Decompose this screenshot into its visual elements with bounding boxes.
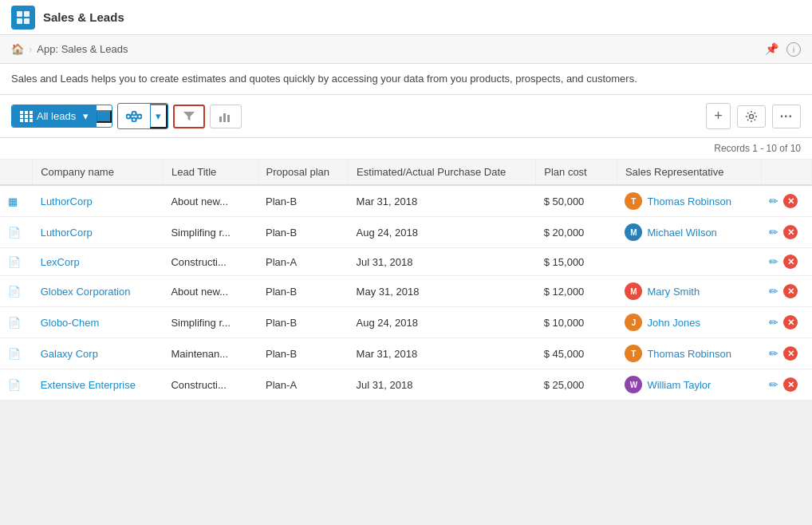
row-company[interactable]: Galaxy Corp (33, 338, 164, 369)
company-link[interactable]: LuthorCorp (41, 227, 93, 239)
company-link[interactable]: Extensive Enterprise (41, 379, 136, 391)
table-container: Company name Lead Title Proposal plan Es… (0, 160, 812, 401)
row-date: Mar 31, 2018 (349, 185, 536, 217)
toolbar-right: + ··· (706, 103, 801, 129)
edit-button[interactable]: ✏ (769, 347, 778, 360)
company-link[interactable]: LexCorp (41, 256, 80, 268)
flow-dropdown-button[interactable]: ▾ (150, 104, 168, 128)
rep-avatar: W (625, 376, 642, 393)
view-selector-group: All leads ▾ (11, 105, 112, 128)
delete-button[interactable]: ✕ (783, 194, 798, 208)
rep-cell[interactable]: J John Jones (625, 314, 753, 331)
breadcrumb: 🏠 › App: Sales & Leads (11, 43, 128, 55)
action-cell: ✏ ✕ (769, 346, 803, 361)
settings-button[interactable] (737, 105, 766, 128)
row-cost: $ 10,000 (536, 307, 617, 338)
row-lead-title: About new... (163, 185, 258, 217)
table-body: ▦LuthorCorpAbout new...Plan-BMar 31, 201… (0, 185, 812, 401)
svg-rect-4 (20, 111, 23, 114)
action-cell: ✏ ✕ (769, 284, 803, 298)
row-type-icon: 📄 (8, 348, 21, 360)
svg-line-17 (131, 114, 132, 116)
edit-button[interactable]: ✏ (769, 226, 778, 239)
chart-button[interactable] (210, 105, 242, 128)
row-type-icon: 📄 (8, 227, 21, 239)
company-link[interactable]: Galaxy Corp (41, 348, 98, 360)
rep-cell[interactable]: T Thomas Robinson (625, 345, 753, 362)
rep-cell[interactable]: M Michael Wilson (625, 223, 753, 241)
grid-view-button[interactable]: All leads ▾ (12, 105, 97, 127)
row-rep[interactable]: W William Taylor (617, 369, 761, 401)
row-actions: ✏ ✕ (761, 307, 811, 338)
add-button[interactable]: + (706, 103, 731, 129)
svg-rect-9 (30, 115, 33, 118)
row-plan: Plan-B (258, 185, 349, 217)
edit-button[interactable]: ✏ (769, 255, 778, 268)
row-rep[interactable]: M Mary Smith (617, 276, 761, 307)
row-actions: ✏ ✕ (761, 185, 811, 217)
action-cell: ✏ ✕ (769, 255, 803, 269)
row-type-icon: 📄 (8, 379, 21, 391)
row-company[interactable]: Extensive Enterprise (33, 369, 164, 401)
row-actions: ✏ ✕ (761, 338, 811, 369)
delete-button[interactable]: ✕ (783, 377, 798, 392)
delete-button[interactable]: ✕ (783, 255, 798, 269)
rep-name: Thomas Robinson (647, 348, 731, 360)
delete-button[interactable]: ✕ (783, 284, 798, 298)
rep-cell[interactable]: T Thomas Robinson (625, 192, 753, 210)
breadcrumb-separator: › (29, 43, 32, 55)
rep-name: William Taylor (647, 379, 711, 391)
table-row: ▦LuthorCorpAbout new...Plan-BMar 31, 201… (0, 185, 812, 217)
row-date: Jul 31, 2018 (349, 248, 536, 276)
row-cost: $ 20,000 (536, 217, 617, 248)
delete-button[interactable]: ✕ (783, 225, 798, 239)
rep-name: Mary Smith (647, 286, 700, 298)
edit-button[interactable]: ✏ (769, 285, 778, 298)
company-link[interactable]: Globo-Chem (41, 317, 100, 329)
row-rep (617, 248, 761, 276)
row-rep[interactable]: T Thomas Robinson (617, 338, 761, 369)
filter-button[interactable] (173, 105, 205, 128)
row-company[interactable]: LuthorCorp (33, 217, 164, 248)
delete-button[interactable]: ✕ (783, 315, 798, 330)
company-link[interactable]: LuthorCorp (41, 195, 93, 207)
edit-button[interactable]: ✏ (769, 316, 778, 329)
edit-button[interactable]: ✏ (769, 195, 778, 207)
svg-rect-22 (223, 113, 226, 122)
rep-cell[interactable]: M Mary Smith (625, 282, 753, 300)
rep-avatar: J (625, 314, 642, 331)
rep-name: John Jones (647, 317, 700, 329)
col-header-rep: Sales Representative (617, 160, 761, 185)
row-plan: Plan-A (258, 248, 349, 276)
row-date: Mar 31, 2018 (349, 338, 536, 369)
row-icon-cell: 📄 (0, 307, 33, 338)
info-icon[interactable]: i (786, 42, 801, 57)
row-rep[interactable]: T Thomas Robinson (617, 185, 761, 217)
svg-rect-7 (20, 115, 23, 118)
row-plan: Plan-B (258, 217, 349, 248)
row-icon-cell: 📄 (0, 248, 33, 276)
row-company[interactable]: Globo-Chem (33, 307, 164, 338)
row-company[interactable]: Globex Corporation (33, 276, 164, 307)
svg-rect-8 (25, 115, 28, 118)
svg-rect-6 (30, 111, 33, 114)
row-rep[interactable]: J John Jones (617, 307, 761, 338)
svg-rect-5 (25, 111, 28, 114)
row-company[interactable]: LexCorp (33, 248, 164, 276)
row-rep[interactable]: M Michael Wilson (617, 217, 761, 248)
col-header-plan: Proposal plan (258, 160, 349, 185)
company-link[interactable]: Globex Corporation (41, 286, 131, 298)
delete-button[interactable]: ✕ (783, 346, 798, 361)
records-bar: Records 1 - 10 of 10 (0, 138, 812, 160)
flow-button[interactable] (118, 106, 150, 127)
edit-button[interactable]: ✏ (769, 378, 778, 391)
rep-avatar: M (625, 282, 642, 300)
row-company[interactable]: LuthorCorp (33, 185, 164, 217)
view-dropdown-button[interactable] (97, 110, 112, 123)
home-icon[interactable]: 🏠 (11, 43, 24, 55)
rep-avatar: T (625, 345, 642, 362)
more-button[interactable]: ··· (772, 105, 801, 128)
pin-icon[interactable]: 📌 (765, 42, 778, 57)
svg-point-14 (132, 111, 136, 115)
rep-cell[interactable]: W William Taylor (625, 376, 753, 393)
